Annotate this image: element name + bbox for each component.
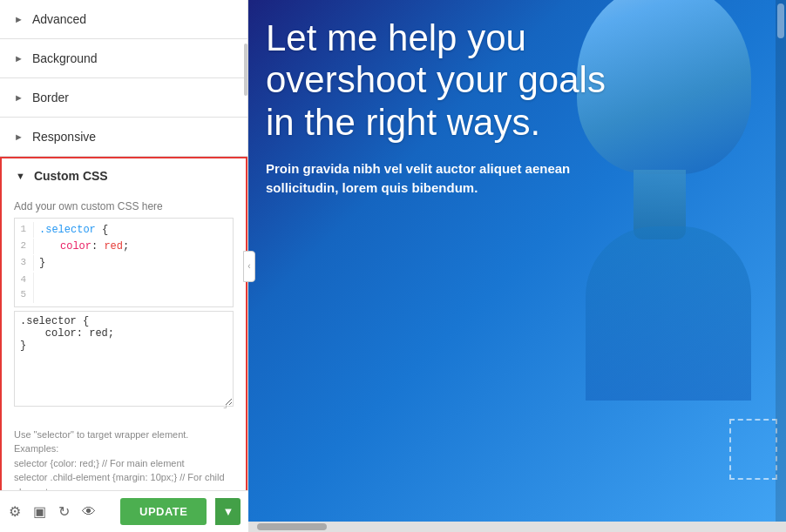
accordion-header-responsive[interactable]: ► Responsive — [0, 118, 247, 156]
accordion-border[interactable]: ► Border — [0, 78, 247, 118]
chevron-right-icon: ► — [14, 14, 24, 24]
css-textarea[interactable]: .selector { color: red; } — [14, 311, 234, 407]
chevron-down-icon-css: ▼ — [16, 171, 25, 181]
left-scroll-thumb — [244, 44, 247, 96]
accordion-advanced[interactable]: ► Advanced — [0, 0, 247, 39]
custom-css-helper-label: Add your own custom CSS here — [14, 200, 234, 212]
accordion-header-border[interactable]: ► Border — [0, 78, 247, 117]
panel-collapse-handle[interactable]: ‹ — [243, 251, 255, 282]
hero-subtitle: Proin gravida nibh vel velit auctor aliq… — [266, 159, 629, 199]
help-example-1: selector {color: red;} // For main eleme… — [14, 458, 185, 468]
code-editor: 1 .selector { 2 color: red; 3 } 4 — [14, 218, 234, 307]
desktop-icon[interactable]: ▣ — [33, 503, 46, 520]
hero-preview: Let me help you overshoot your goals in … — [248, 0, 786, 532]
accordion-label-background: Background — [32, 51, 98, 65]
help-text-main: Use "selector" to target wrapper element… — [14, 429, 188, 455]
custom-css-body: Add your own custom CSS here 1 .selector… — [2, 193, 246, 419]
chevron-right-icon-bg: ► — [14, 53, 24, 64]
hero-title: Let me help you overshoot your goals in … — [266, 17, 629, 144]
code-line-1: 1 .selector { — [15, 222, 233, 239]
undo-icon[interactable]: ↻ — [58, 503, 70, 520]
right-scrollbar[interactable] — [776, 0, 786, 532]
code-line-5: 5 — [15, 287, 233, 303]
accordion-background[interactable]: ► Background — [0, 39, 247, 78]
chevron-right-icon-border: ► — [14, 92, 24, 103]
accordion-label-custom-css: Custom CSS — [34, 169, 108, 183]
css-textarea-wrapper: .selector { color: red; } ⌟ — [14, 311, 234, 410]
accordion-responsive[interactable]: ► Responsive — [0, 118, 247, 157]
element-selection-box — [729, 419, 777, 480]
settings-panel: ► Advanced ► Background ► Border — [0, 0, 248, 532]
bottom-scrollbar[interactable] — [248, 522, 786, 532]
bottom-toolbar: ⚙ ▣ ↻ 👁 UPDATE ▼ — [0, 490, 248, 532]
update-arrow-button[interactable]: ▼ — [215, 498, 241, 525]
body-shape — [586, 226, 751, 401]
accordion-header-custom-css[interactable]: ▼ Custom CSS — [2, 158, 246, 193]
settings-icon[interactable]: ⚙ — [9, 503, 21, 520]
bottom-scroll-thumb — [257, 523, 327, 530]
eye-icon[interactable]: 👁 — [82, 504, 96, 520]
accordion-label-advanced: Advanced — [32, 12, 86, 26]
code-line-3: 3 } — [15, 255, 233, 272]
accordion-label-responsive: Responsive — [32, 130, 96, 144]
accordion-header-background[interactable]: ► Background — [0, 39, 247, 77]
code-line-4: 4 — [15, 273, 233, 288]
right-scroll-thumb — [777, 3, 784, 38]
accordion-label-border: Border — [32, 91, 69, 104]
collapse-arrow-icon: ‹ — [247, 261, 250, 271]
resize-handle-icon[interactable]: ⌟ — [223, 400, 232, 408]
accordion-custom-css: ▼ Custom CSS Add your own custom CSS her… — [0, 157, 247, 532]
accordion-header-advanced[interactable]: ► Advanced — [0, 0, 247, 38]
chevron-right-icon-responsive: ► — [14, 131, 24, 142]
code-line-2: 2 color: red; — [15, 239, 233, 255]
hero-content: Let me help you overshoot your goals in … — [266, 17, 629, 199]
update-button[interactable]: UPDATE — [120, 498, 207, 525]
